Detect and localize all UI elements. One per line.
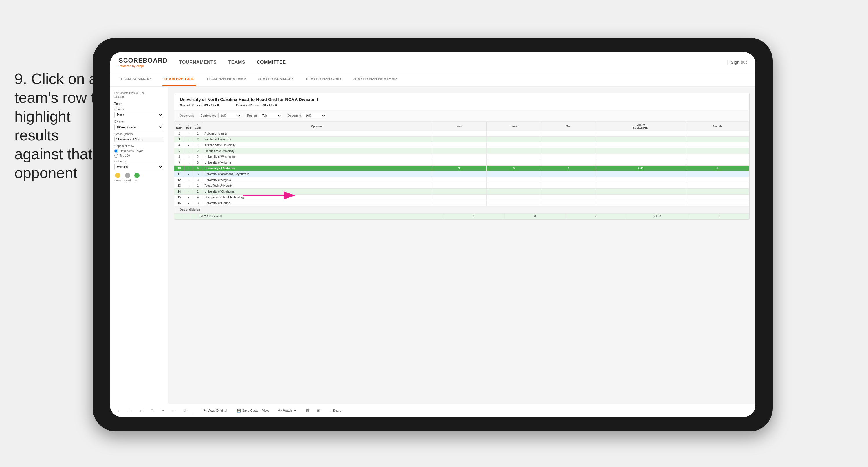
cell-tie — [541, 183, 596, 189]
cell-conf: 6 — [193, 171, 203, 177]
cell-opponent: University of Florida — [203, 200, 432, 206]
cell-reg: - — [184, 154, 193, 160]
colour-by-select[interactable]: Win/loss — [114, 164, 163, 170]
view-icon: 👁 — [203, 409, 206, 412]
logo-powered: Powered by clippi — [119, 64, 167, 68]
save-custom-view-button[interactable]: 💾 Save Custom View — [234, 407, 272, 414]
sidebar-school-label: School (Rank) — [114, 133, 163, 136]
cell-rounds — [686, 131, 749, 137]
cell-rank: 13 — [174, 183, 184, 189]
cell-diff — [596, 183, 686, 189]
cut-button[interactable]: ✂ — [160, 407, 166, 414]
bottom-toolbar: ↩ ↪ ↩ ⊞ ✂ ··· ⊙ 👁 View: Original 💾 Save … — [110, 404, 755, 417]
table-row[interactable]: 10-5University of Alabama3002.618 — [174, 166, 749, 171]
cell-rank: 10 — [174, 166, 184, 171]
table-row[interactable]: 3-2Vanderbilt University — [174, 137, 749, 142]
col-diff: Diff AvStrokes/Rnd — [596, 122, 686, 131]
cell-diff — [596, 171, 686, 177]
region-filter-select[interactable]: (All) — [259, 113, 282, 118]
sign-out-link[interactable]: Sign out — [731, 60, 747, 64]
region-filter-label: Region — [247, 114, 257, 117]
nav-item-committee[interactable]: COMMITTEE — [257, 60, 286, 65]
cell-conf: 2 — [193, 189, 203, 195]
share-button[interactable]: ⊹ Share — [326, 407, 344, 414]
cell-loss — [487, 171, 541, 177]
cell-win — [432, 142, 487, 148]
tab-player-summary[interactable]: PLAYER SUMMARY — [256, 72, 296, 86]
table-row[interactable]: 6-2Florida State University — [174, 148, 749, 154]
redo-button[interactable]: ↪ — [127, 407, 133, 414]
cell-win — [432, 131, 487, 137]
cell-loss — [487, 154, 541, 160]
cell-rank: 9 — [174, 160, 184, 166]
nav-item-teams[interactable]: TEAMS — [228, 60, 245, 65]
nav-item-tournaments[interactable]: TOURNAMENTS — [179, 60, 217, 65]
radio-opponents-played[interactable]: Opponents Played — [114, 149, 163, 153]
od-rank — [174, 214, 183, 220]
conference-filter-select[interactable]: (All) — [218, 113, 241, 118]
watch-label: Watch — [283, 409, 292, 412]
table-row[interactable]: 9-3University of Arizona — [174, 160, 749, 166]
cell-rounds — [686, 142, 749, 148]
refresh-button[interactable]: ⊙ — [182, 407, 188, 414]
back-button[interactable]: ↩ — [138, 407, 145, 414]
od-label: NCAA Division II — [199, 214, 443, 220]
opponent-filter-select[interactable]: (All) — [303, 113, 326, 118]
cell-loss — [487, 137, 541, 142]
cell-rounds — [686, 171, 749, 177]
more-button[interactable]: ··· — [171, 407, 178, 414]
table-row[interactable]: 11-6University of Arkansas, Fayetteville — [174, 171, 749, 177]
panel-records: Overall Record: 89 - 17 - 0 Division Rec… — [180, 104, 744, 107]
tab-team-h2h-grid[interactable]: TEAM H2H GRID — [162, 72, 196, 86]
opponents-label: Opponents: — [180, 114, 195, 117]
cell-rank: 16 — [174, 200, 184, 206]
nav-divider: | — [727, 60, 728, 65]
level-dot — [125, 173, 130, 178]
table-row[interactable]: 2-1Auburn University — [174, 131, 749, 137]
table-row[interactable]: 12-3University of Virginia — [174, 177, 749, 183]
watch-chevron: ▼ — [293, 409, 297, 412]
watch-button[interactable]: 👁 Watch ▼ — [276, 407, 299, 414]
od-conf — [190, 214, 199, 220]
gender-select[interactable]: Men's — [114, 112, 163, 118]
tab-team-summary[interactable]: TEAM SUMMARY — [119, 72, 154, 86]
tab-team-h2h-heatmap[interactable]: TEAM H2H HEATMAP — [205, 72, 247, 86]
grid-button[interactable]: ⊞ — [149, 407, 155, 414]
cell-tie — [541, 148, 596, 154]
cell-reg: - — [184, 195, 193, 200]
cell-opponent: University of Virginia — [203, 177, 432, 183]
cell-rank: 15 — [174, 195, 184, 200]
school-input[interactable]: 4 University of Nort... — [114, 137, 163, 142]
view-original-button[interactable]: 👁 View: Original — [200, 407, 230, 414]
logo-scoreboard: SCOREBOARD — [119, 57, 167, 64]
table-row[interactable]: 4-1Arizona State University — [174, 142, 749, 148]
opponent-filter: Opponent (All) — [288, 113, 326, 118]
tab-player-h2h-heatmap[interactable]: PLAYER H2H HEATMAP — [351, 72, 398, 86]
sidebar-team-title: Team — [114, 102, 163, 106]
toolbar-icon-2[interactable]: ⊞ — [315, 407, 322, 414]
table-row[interactable]: 8-2University of Washington — [174, 154, 749, 160]
cell-conf: 2 — [193, 148, 203, 154]
tab-player-h2h-grid[interactable]: PLAYER H2H GRID — [304, 72, 342, 86]
filter-row: Opponents: Conference (All) Region (All) — [174, 110, 749, 122]
toolbar-separator-1 — [194, 408, 194, 413]
radio-top-100[interactable]: Top 100 — [114, 154, 163, 157]
cell-diff — [596, 148, 686, 154]
division-record-label: Division Record: 88 - 17 - 0 — [236, 104, 277, 107]
data-area: University of North Carolina Head-to-Hea… — [168, 87, 755, 404]
cell-tie — [541, 154, 596, 160]
undo-button[interactable]: ↩ — [116, 407, 122, 414]
toolbar-icon-1[interactable]: 🖥 — [304, 407, 311, 414]
division-select[interactable]: NCAA Division I — [114, 124, 163, 130]
cell-loss — [487, 142, 541, 148]
cell-win — [432, 137, 487, 142]
col-rounds: Rounds — [686, 122, 749, 131]
cell-conf: 3 — [193, 200, 203, 206]
logo-area: SCOREBOARD Powered by clippi — [119, 57, 167, 68]
cell-win: 3 — [432, 166, 487, 171]
tablet-screen: SCOREBOARD Powered by clippi TOURNAMENTS… — [110, 52, 755, 417]
legend-up: Up — [134, 173, 140, 182]
out-division-row[interactable]: NCAA Division II 1 0 0 26.00 3 — [174, 214, 749, 220]
cell-diff — [596, 195, 686, 200]
cell-rounds — [686, 154, 749, 160]
